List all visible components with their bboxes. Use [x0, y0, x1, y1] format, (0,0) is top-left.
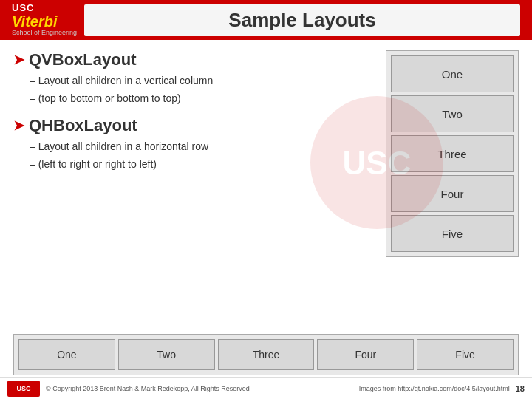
- main-content: QVBoxLayout Layout all children in a ver…: [0, 40, 532, 335]
- qvbox-bullet-1: Layout all children in a vertical column: [30, 74, 378, 89]
- logo-viterbi: Viterbi: [12, 13, 77, 30]
- section-qhbox-heading: QHBoxLayout: [13, 116, 378, 135]
- left-content: QVBoxLayout Layout all children in a ver…: [13, 50, 386, 335]
- hbox-btn-three[interactable]: Three: [218, 339, 315, 370]
- hbox-btn-one[interactable]: One: [18, 339, 115, 370]
- footer-page-number: 18: [516, 384, 525, 393]
- logo-area: USC Viterbi School of Engineering: [12, 3, 77, 37]
- vbox-btn-one[interactable]: One: [391, 55, 514, 92]
- vbox-btn-four[interactable]: Four: [391, 175, 514, 212]
- vbox-btn-five[interactable]: Five: [391, 215, 514, 252]
- qhbox-bullet-1: Layout all children in a horizontal row: [30, 140, 378, 154]
- qhbox-bullet-2: (left to right or right to left): [30, 157, 378, 172]
- footer-usc-logo: USC: [7, 381, 40, 397]
- footer-images-link: Images from http://qt.nokia.com/doc/4.5/…: [359, 385, 510, 392]
- footer-copyright: © Copyright 2013 Brent Nash & Mark Redek…: [46, 385, 359, 392]
- section-qvbox-heading: QVBoxLayout: [13, 50, 378, 69]
- hbox-btn-two[interactable]: Two: [118, 339, 215, 370]
- logo-school: School of Engineering: [12, 30, 77, 37]
- qvbox-bullets: Layout all children in a vertical column…: [30, 74, 378, 106]
- qvbox-label: QVBoxLayout: [29, 50, 136, 69]
- qvbox-bullet-2: (top to bottom or bottom to top): [30, 92, 378, 106]
- hbox-section: One Two Three Four Five: [13, 334, 519, 375]
- hbox-demo: One Two Three Four Five: [13, 334, 519, 375]
- vbox-demo: One Two Three Four Five: [386, 50, 519, 257]
- logo-usc: USC: [12, 3, 77, 13]
- page-title: Sample Layouts: [84, 4, 520, 36]
- qhbox-bullets: Layout all children in a horizontal row …: [30, 140, 378, 171]
- footer: USC © Copyright 2013 Brent Nash & Mark R…: [0, 377, 532, 399]
- header: USC Viterbi School of Engineering Sample…: [0, 0, 532, 40]
- vbox-btn-two[interactable]: Two: [391, 95, 514, 132]
- hbox-btn-five[interactable]: Five: [417, 339, 514, 370]
- hbox-btn-four[interactable]: Four: [317, 339, 414, 370]
- qhbox-label: QHBoxLayout: [29, 116, 137, 135]
- vbox-btn-three[interactable]: Three: [391, 135, 514, 172]
